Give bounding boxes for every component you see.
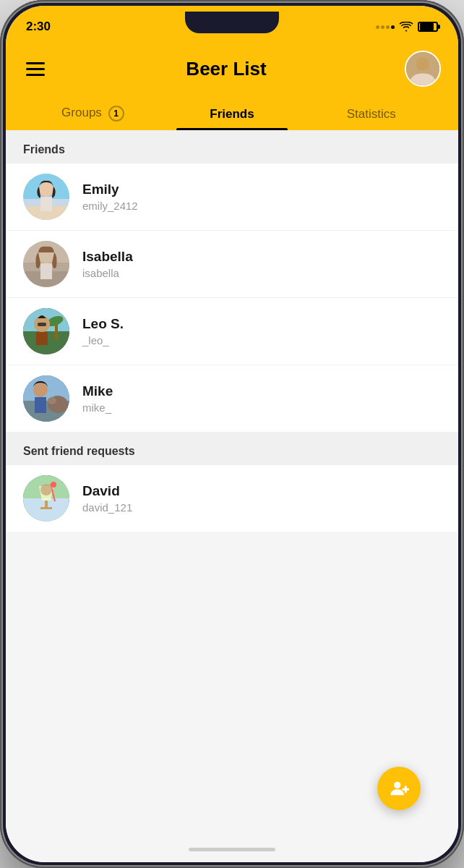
svg-point-6 [39,182,53,197]
groups-badge: 1 [108,106,124,122]
app-title: Beer List [186,58,266,80]
friend-item-emily[interactable]: Emily emily_2412 [6,163,458,231]
friend-avatar-emily [23,174,69,220]
isabella-info: Isabella isabella [82,249,133,279]
svg-rect-7 [40,197,52,211]
friend-avatar-david [23,475,69,522]
leo-avatar-svg [23,308,69,354]
signal-icon [376,25,395,29]
leo-username: _leo_ [82,334,124,346]
emily-username: emily_2412 [82,200,138,212]
app-header: Beer List [6,42,458,130]
mike-username: mike_ [82,401,113,414]
menu-line [26,74,45,76]
sent-requests-header: Sent friend requests [6,432,458,465]
status-icons [376,22,438,32]
tab-bar: Groups 1 Friends Statistics [23,98,441,130]
svg-point-37 [394,782,400,788]
mike-info: Mike mike_ [82,383,113,414]
svg-point-26 [33,383,48,397]
tab-friends[interactable]: Friends [163,100,302,130]
menu-line [26,62,45,64]
empty-space [6,532,458,676]
friend-avatar-mike [23,375,69,422]
friends-section-header: Friends [6,130,458,163]
friend-avatar-leo [23,308,69,354]
friend-item-mike[interactable]: Mike mike_ [6,365,458,432]
tab-groups[interactable]: Groups 1 [23,98,163,130]
david-info: David david_121 [82,483,132,514]
add-friend-button[interactable] [377,767,421,810]
svg-rect-12 [40,263,52,279]
svg-rect-27 [35,397,46,413]
svg-rect-33 [40,507,52,509]
mike-avatar-svg [23,375,69,422]
svg-rect-20 [38,323,46,326]
isabella-name: Isabella [82,249,133,265]
emily-info: Emily emily_2412 [82,182,138,212]
friend-item-isabella[interactable]: Isabella isabella [6,231,458,298]
david-avatar-svg [23,475,69,522]
isabella-username: isabella [82,267,133,279]
user-avatar[interactable] [405,51,441,87]
david-name: David [82,483,132,499]
david-username: david_121 [82,501,132,514]
svg-point-35 [51,482,56,488]
svg-point-25 [48,397,56,404]
sent-requests-list: David david_121 [6,465,458,532]
status-time: 2:30 [26,20,51,34]
friend-item-leo[interactable]: Leo S. _leo_ [6,298,458,365]
friend-item-david[interactable]: David david_121 [6,465,458,532]
isabella-avatar-svg [23,241,69,287]
friends-list: Emily emily_2412 [6,163,458,432]
phone-screen: 2:30 [6,6,458,862]
tab-statistics[interactable]: Statistics [301,100,441,130]
sent-requests-section: Sent friend requests [6,432,458,532]
mike-name: Mike [82,383,113,399]
avatar-svg [406,51,439,87]
svg-point-36 [40,484,52,495]
avatar-image [406,52,439,85]
phone-frame: 2:30 [0,0,464,868]
svg-rect-19 [36,332,48,345]
home-bar [189,848,275,851]
leo-name: Leo S. [82,316,124,332]
friend-avatar-isabella [23,241,69,287]
menu-button[interactable] [23,59,48,79]
add-friend-icon [389,778,409,799]
battery-icon [418,22,438,32]
notch [185,12,279,33]
menu-line [26,68,45,70]
content-area: Friends [6,130,458,836]
emily-name: Emily [82,182,138,197]
svg-rect-32 [45,501,48,508]
emily-avatar-svg [23,174,69,220]
wifi-icon [399,22,413,32]
home-indicator [6,836,458,862]
leo-info: Leo S. _leo_ [82,316,124,346]
